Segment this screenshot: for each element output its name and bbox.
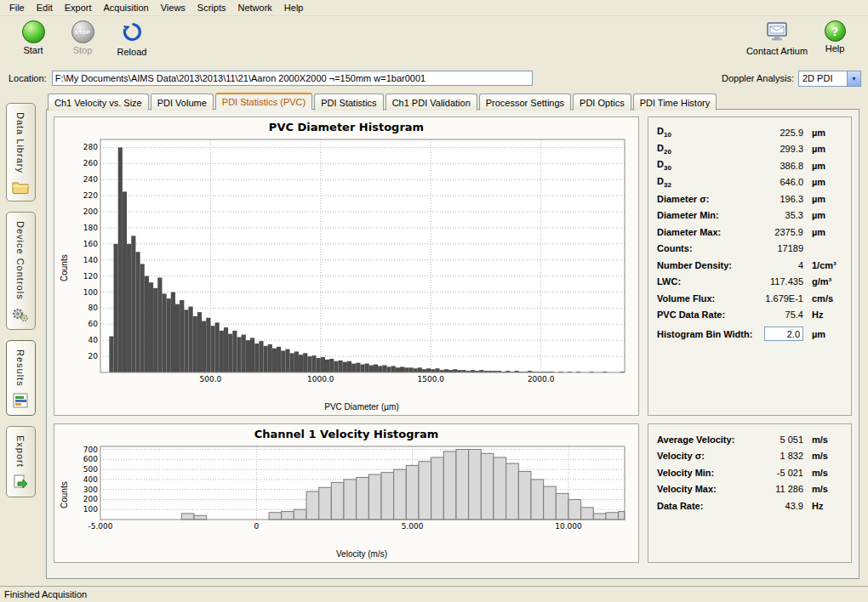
tab-pdi-optics[interactable]: PDI Optics: [573, 94, 631, 111]
pvc-diameter-histogram-panel: PVC Diameter Histogram Counts 2040608010…: [54, 116, 639, 416]
stat-value: 5 051: [751, 434, 803, 445]
folder-icon: [12, 180, 29, 196]
charts-column: PVC Diameter Histogram Counts 2040608010…: [54, 116, 639, 571]
stat-row-d30: D30 386.8 µm: [652, 157, 848, 174]
pvc-diameter-histogram-plot: 2040608010012014016018020022024026028050…: [70, 134, 631, 386]
doppler-analysis-value: 2D PDI: [799, 73, 847, 83]
sidebar-item-device-controls[interactable]: Device Controls: [6, 212, 36, 330]
svg-text:500: 500: [83, 465, 98, 474]
stat-label: LWC:: [657, 276, 751, 287]
tab-pdi-time-history[interactable]: PDI Time History: [633, 94, 717, 111]
stat-row-counts: Counts: 17189: [652, 241, 848, 258]
stat-value: 11 286: [751, 484, 803, 494]
velocity-histogram-panel: Channel 1 Velocity Histogram Counts 1002…: [54, 423, 639, 563]
tab-pdi-statistics-pvc[interactable]: PDI Statistics (PVC): [215, 93, 312, 110]
stat-unit: µm: [803, 329, 842, 339]
menu-network[interactable]: Network: [231, 1, 277, 14]
start-label: Start: [23, 45, 43, 55]
svg-text:200: 200: [83, 495, 98, 503]
sidebar-label-data-library: Data Library: [15, 112, 26, 173]
stat-label: PVC Data Rate:: [657, 310, 751, 320]
start-button[interactable]: Start: [9, 19, 58, 55]
stat-unit: Hz: [803, 310, 842, 320]
svg-text:400: 400: [83, 475, 98, 484]
help-icon: ?: [825, 20, 846, 42]
stat-label: Velocity Min:: [657, 468, 751, 478]
reload-button[interactable]: Reload: [107, 19, 157, 57]
location-input[interactable]: [52, 71, 533, 86]
stat-row-number-density: Number Density: 4 1/cm³: [652, 257, 848, 274]
stop-button[interactable]: STOP Stop: [58, 19, 107, 55]
stat-label: Velocity Max:: [657, 484, 751, 494]
menu-bar: File Edit Export Acquisition Views Scrip…: [0, 0, 868, 16]
monitor-mail-icon: [765, 20, 789, 44]
sidebar-label-device-controls: Device Controls: [15, 221, 26, 300]
stat-value: 386.8: [751, 161, 803, 171]
diameter-stats-panel: D10 225.9 µm D20 299.3 µm D30 386.8: [648, 116, 852, 416]
doppler-analysis-group: Doppler Analysis: 2D PDI ▼: [722, 71, 861, 87]
stat-value: 35.3: [751, 210, 803, 220]
tab-pdi-statistics[interactable]: PDI Statistics: [314, 94, 383, 111]
menu-scripts[interactable]: Scripts: [191, 1, 232, 14]
stat-value: 196.3: [751, 194, 803, 204]
contact-artium-button[interactable]: Contact Artium: [744, 19, 810, 56]
svg-text:200: 200: [83, 207, 98, 216]
stat-value: 1.679E-1: [751, 293, 803, 304]
stat-unit: µm: [803, 144, 842, 154]
svg-text:700: 700: [83, 446, 98, 454]
stat-label: D30: [657, 159, 751, 172]
svg-text:40: 40: [89, 336, 99, 344]
reload-icon: [121, 20, 144, 45]
sidebar-label-results: Results: [15, 349, 26, 387]
stat-row-velocity-min: Velocity Min: -5 021 m/s: [652, 464, 848, 481]
svg-text:5.000: 5.000: [402, 522, 424, 531]
svg-text:160: 160: [83, 240, 98, 248]
tab-processor-settings[interactable]: Processor Settings: [479, 94, 571, 111]
sidebar-item-data-library[interactable]: Data Library: [6, 103, 36, 202]
stat-value: -5 021: [751, 468, 803, 478]
help-button[interactable]: ? Help: [810, 19, 859, 56]
sidebar-item-export[interactable]: Export: [6, 426, 36, 497]
velocity-chart-body: Counts 100200300400500600700-5.00005.000…: [58, 441, 635, 549]
menu-help[interactable]: Help: [278, 1, 310, 14]
menu-file[interactable]: File: [3, 1, 31, 14]
stat-label: Volume Flux:: [657, 293, 751, 304]
stat-unit: Hz: [803, 501, 842, 511]
menu-edit[interactable]: Edit: [31, 1, 59, 14]
stat-row-volume-flux: Volume Flux: 1.679E-1 cm/s: [652, 290, 848, 307]
tab-ch1-velocity-vs-size[interactable]: Ch1 Velocity vs. Size: [48, 94, 149, 111]
sidebar: Data Library Device Controls: [0, 89, 41, 586]
stat-unit: m/s: [803, 484, 842, 494]
pvc-chart-xlabel: PVC Diameter (µm): [58, 402, 635, 413]
svg-text:300: 300: [83, 486, 98, 494]
stat-unit: µm: [803, 227, 842, 237]
stat-label: D10: [657, 126, 751, 139]
svg-text:80: 80: [89, 304, 99, 312]
tab-ch1-pdi-validation[interactable]: Ch1 PDI Validation: [385, 94, 477, 111]
doppler-analysis-select[interactable]: 2D PDI ▼: [798, 71, 861, 87]
chevron-down-icon[interactable]: ▼: [847, 71, 860, 86]
stat-unit: m/s: [803, 451, 842, 461]
stat-label: Histogram Bin Width:: [657, 329, 764, 339]
velocity-stats-panel: Average Velocity: 5 051 m/s Velocity σ: …: [648, 423, 852, 563]
tab-pdi-volume[interactable]: PDI Volume: [151, 94, 214, 111]
svg-text:220: 220: [83, 191, 98, 200]
stat-label: Diameter Max:: [657, 227, 751, 237]
stat-unit: cm/s: [803, 293, 842, 304]
menu-acquisition[interactable]: Acquisition: [98, 1, 155, 14]
svg-text:120: 120: [83, 272, 98, 281]
start-icon: [22, 20, 45, 43]
menu-views[interactable]: Views: [155, 1, 191, 14]
stop-label: Stop: [73, 45, 93, 55]
sidebar-item-results[interactable]: Results: [6, 340, 36, 417]
stat-unit: µm: [803, 194, 842, 204]
menu-export[interactable]: Export: [59, 1, 98, 14]
stat-row-d10: D10 225.9 µm: [652, 124, 848, 141]
export-icon: [13, 474, 28, 491]
status-text: Finished Acquisition: [4, 589, 87, 599]
stat-row-diameter-max: Diameter Max: 2375.9 µm: [652, 224, 848, 241]
histogram-bin-width-input[interactable]: [764, 327, 803, 341]
doppler-analysis-label: Doppler Analysis:: [722, 73, 794, 83]
stat-value: 17189: [751, 243, 803, 253]
svg-text:1500.0: 1500.0: [417, 375, 444, 383]
